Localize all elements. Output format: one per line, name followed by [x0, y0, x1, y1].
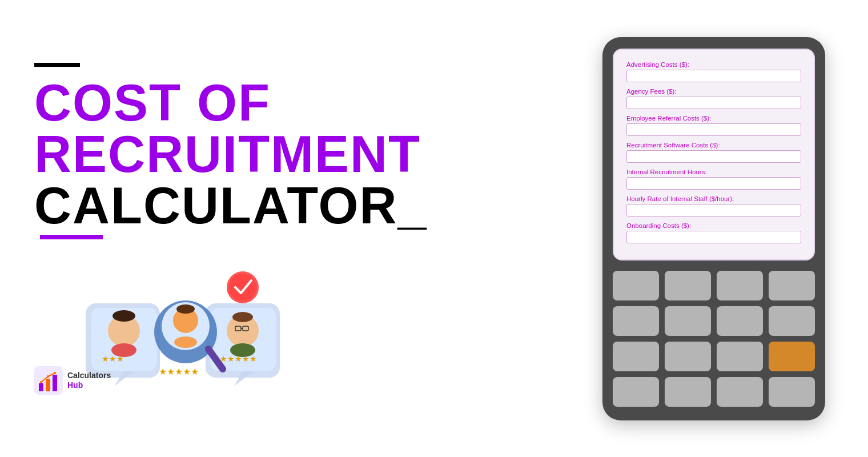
svg-point-30 — [40, 381, 42, 383]
label-referral: Employee Referral Costs ($): — [626, 115, 801, 122]
svg-point-32 — [54, 372, 56, 374]
form-group-agency: Agency Fees ($): — [626, 88, 801, 109]
calc-btn-11[interactable] — [717, 342, 763, 371]
calc-btn-10[interactable] — [665, 342, 711, 371]
logo-text-hub: Hub — [67, 380, 111, 390]
form-group-onboarding: Onboarding Costs ($): — [626, 222, 801, 243]
form-group-hourly: Hourly Rate of Internal Staff ($/hour): — [626, 195, 801, 217]
label-advertising: Advertising Costs ($): — [626, 61, 801, 68]
calc-btn-enter[interactable] — [769, 342, 815, 371]
input-onboarding[interactable] — [626, 231, 801, 243]
svg-text:★★★: ★★★ — [102, 354, 124, 363]
calc-btn-4[interactable] — [769, 271, 815, 300]
calc-btn-12[interactable] — [613, 377, 659, 407]
form-group-advertising: Advertising Costs ($): — [626, 61, 801, 82]
calc-btn-13[interactable] — [665, 377, 711, 407]
label-agency: Agency Fees ($): — [626, 88, 801, 95]
svg-rect-27 — [39, 383, 43, 391]
title-line1: COST OF — [34, 77, 434, 129]
illustration: ★★★ ★★★★★ — [80, 258, 297, 406]
logo-text-calculators: Calculators — [67, 371, 111, 380]
svg-rect-28 — [46, 379, 50, 391]
label-hourly: Hourly Rate of Internal Staff ($/hour): — [626, 195, 801, 202]
left-section: COST OF RECRUITMENT CALCULATOR_ ★★★ — [34, 51, 434, 406]
logo-text: Calculators Hub — [67, 371, 111, 390]
title-bar — [34, 63, 80, 67]
svg-point-22 — [229, 274, 256, 301]
label-onboarding: Onboarding Costs ($): — [626, 222, 801, 229]
calculator-buttons — [613, 271, 815, 407]
title-line3: CALCULATOR_ — [34, 180, 434, 231]
calc-btn-2[interactable] — [665, 271, 711, 300]
calc-btn-5[interactable] — [613, 306, 659, 336]
calc-btn-8[interactable] — [769, 306, 815, 336]
calc-btn-1[interactable] — [613, 271, 659, 300]
calc-btn-9[interactable] — [613, 342, 659, 371]
svg-point-18 — [176, 304, 195, 314]
calc-btn-6[interactable] — [665, 306, 711, 336]
svg-rect-29 — [53, 375, 57, 391]
title-underline — [40, 235, 103, 239]
label-software: Recruitment Software Costs ($): — [626, 142, 801, 149]
svg-point-19 — [174, 336, 197, 348]
form-group-referral: Employee Referral Costs ($): — [626, 115, 801, 136]
logo-icon — [34, 366, 63, 395]
label-hours: Internal Recruitment Hours: — [626, 169, 801, 175]
input-hours[interactable] — [626, 177, 801, 190]
svg-point-4 — [112, 310, 135, 322]
calc-btn-14[interactable] — [717, 377, 763, 407]
calc-btn-3[interactable] — [717, 271, 763, 300]
calculator: Advertising Costs ($): Agency Fees ($): … — [602, 37, 825, 420]
input-agency[interactable] — [626, 97, 801, 109]
svg-point-31 — [47, 375, 49, 378]
calc-btn-7[interactable] — [717, 306, 763, 336]
input-advertising[interactable] — [626, 70, 801, 82]
svg-text:★★★★★: ★★★★★ — [220, 354, 257, 363]
logo: Calculators Hub — [34, 366, 111, 395]
input-referral[interactable] — [626, 123, 801, 136]
calc-btn-15[interactable] — [769, 377, 815, 407]
calculator-screen: Advertising Costs ($): Agency Fees ($): … — [613, 49, 815, 260]
input-software[interactable] — [626, 150, 801, 163]
svg-point-9 — [232, 312, 253, 322]
right-section: Advertising Costs ($): Agency Fees ($): … — [594, 37, 834, 420]
form-group-software: Recruitment Software Costs ($): — [626, 142, 801, 163]
title-line2: RECRUITMENT — [34, 129, 434, 180]
input-hourly[interactable] — [626, 204, 801, 217]
form-group-hours: Internal Recruitment Hours: — [626, 169, 801, 190]
svg-text:★★★★★: ★★★★★ — [159, 367, 199, 376]
